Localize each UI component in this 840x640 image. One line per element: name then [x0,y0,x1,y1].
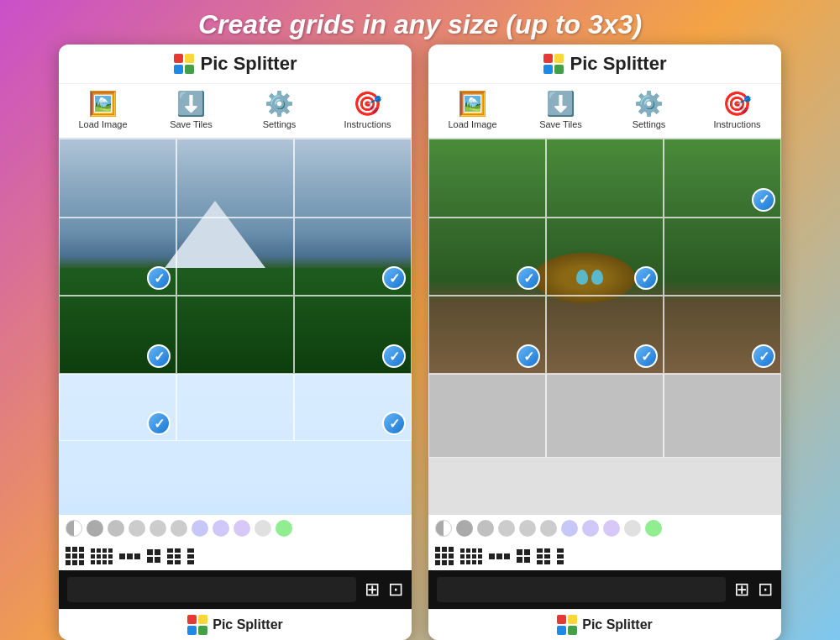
left-save-tiles-button[interactable]: ⬇️ Save Tiles [147,88,235,134]
right-grid-cell-33: ✓ [664,296,781,374]
right-grid-overlay: ✓ ✓ ✓ ✓ ✓ ✓ [428,139,781,374]
right-grid-2x3[interactable] [537,548,550,564]
right-check-33: ✓ [752,344,775,368]
screens-container: Pic Splitter 🖼️ Load Image ⬇️ Save Tiles… [0,45,840,640]
left-check-31: ✓ [147,344,171,368]
left-check-bot-1: ✓ [147,412,171,435]
right-grid-cell-21: ✓ [428,218,546,296]
right-grid-2x2[interactable] [517,549,530,563]
right-dot-3[interactable] [498,520,515,537]
left-grid-2x2[interactable] [147,549,160,563]
right-footer-logo-red [557,615,566,624]
left-instructions-icon: 🎯 [353,92,382,116]
right-grid-cell-11 [428,139,546,217]
left-grid-cell-11 [59,139,176,217]
right-app-title: Pic Splitter [570,53,667,75]
left-footer-logo-green [198,626,207,635]
right-gray-2 [546,374,664,458]
right-app-logo [543,54,564,74]
right-settings-button[interactable]: ⚙️ Settings [605,88,693,134]
right-footer: Pic Splitter [428,609,781,640]
right-load-image-button[interactable]: 🖼️ Load Image [428,88,517,134]
left-footer-logo-blue [187,626,197,635]
right-footer-title: Pic Splitter [582,617,653,632]
left-dot-3[interactable] [129,520,145,537]
left-grid-cell-12 [176,139,294,217]
right-check-21: ✓ [517,266,540,290]
right-check-13: ✓ [752,188,775,212]
right-dot-7[interactable] [582,520,599,537]
left-grid-cell-33: ✓ [294,296,412,374]
left-dot-7[interactable] [213,520,229,537]
right-grid-cell-31: ✓ [428,296,546,374]
left-dot-2[interactable] [108,520,124,537]
left-settings-button[interactable]: ⚙️ Settings [235,88,323,134]
right-check-22: ✓ [634,266,658,290]
right-grid-4x3[interactable] [460,548,482,564]
right-grid-cell-13: ✓ [664,139,781,217]
right-dot-8[interactable] [603,520,620,537]
left-grid-cell-13 [294,139,412,217]
right-dot-10[interactable] [645,520,662,537]
left-grid-3x1[interactable] [119,553,140,559]
right-grid-3x1[interactable] [489,553,510,559]
left-grid-cell-32 [176,296,294,374]
right-logo-cell-yellow [554,54,564,63]
left-bottom-grid-row: ✓ ✓ [59,374,412,441]
right-grid-cell-23 [664,218,781,296]
left-app-header: Pic Splitter [59,45,412,84]
left-bottom-crop-icon[interactable]: ⊡ [388,579,403,601]
left-dot-row [59,515,412,542]
left-grid-selector [59,542,412,570]
left-grid-cell-22 [176,218,294,296]
right-dot-6[interactable] [561,520,578,537]
right-phone-screen: Pic Splitter 🖼️ Load Image ⬇️ Save Tiles… [428,45,781,640]
right-footer-logo-blue [557,626,566,635]
right-dot-4[interactable] [519,520,536,537]
left-footer-title: Pic Splitter [213,617,283,632]
left-bottom-grid-icon[interactable]: ⊞ [365,579,380,601]
right-gray-1 [428,374,546,458]
left-grid-4x3[interactable] [91,548,113,564]
right-bottom-crop-icon[interactable]: ⊡ [758,579,773,601]
right-bottom-grid-icon[interactable]: ⊞ [734,579,749,601]
right-instructions-icon: 🎯 [722,92,752,116]
right-dot-1[interactable] [456,520,473,537]
left-dot-5[interactable] [171,520,187,537]
left-dot-8[interactable] [234,520,250,537]
right-check-31: ✓ [517,344,540,368]
left-grid-cell-31: ✓ [59,296,176,374]
left-dot-9[interactable] [255,520,271,537]
right-app-header: Pic Splitter [428,45,781,84]
right-load-label: Load Image [448,119,496,129]
left-instructions-button[interactable]: 🎯 Instructions [323,88,412,134]
right-save-tiles-button[interactable]: ⬇️ Save Tiles [517,88,605,134]
right-grid-cell-12 [546,139,664,217]
left-load-image-button[interactable]: 🖼️ Load Image [59,88,147,134]
right-grid-1x3[interactable] [557,548,564,564]
left-grid-3x3[interactable] [66,547,84,565]
left-footer-logo [187,615,207,635]
left-dot-1[interactable] [87,520,103,537]
left-settings-icon: ⚙️ [265,92,294,116]
left-dot-4[interactable] [150,520,166,537]
right-save-icon: ⬇️ [546,92,575,116]
left-dot-6[interactable] [192,520,208,537]
left-check-33: ✓ [382,344,406,368]
right-instructions-button[interactable]: 🎯 Instructions [693,88,781,134]
left-grid-2x3[interactable] [167,548,181,564]
left-grid-cell-23: ✓ [294,218,412,296]
right-bottom-bar: ⊞ ⊡ [428,570,781,609]
right-dot-5[interactable] [540,520,557,537]
right-dot-9[interactable] [624,520,641,537]
left-dot-0 [66,520,82,537]
right-dot-2[interactable] [477,520,494,537]
right-grid-3x3[interactable] [435,547,454,565]
left-grid-1x3[interactable] [187,548,194,564]
left-check-21: ✓ [147,266,171,290]
right-instructions-label: Instructions [713,119,760,129]
left-phone-screen: Pic Splitter 🖼️ Load Image ⬇️ Save Tiles… [59,45,412,640]
left-grid-overlay: ✓ ✓ ✓ ✓ [59,139,412,374]
left-dot-10[interactable] [276,520,292,537]
left-check-23: ✓ [382,266,406,290]
